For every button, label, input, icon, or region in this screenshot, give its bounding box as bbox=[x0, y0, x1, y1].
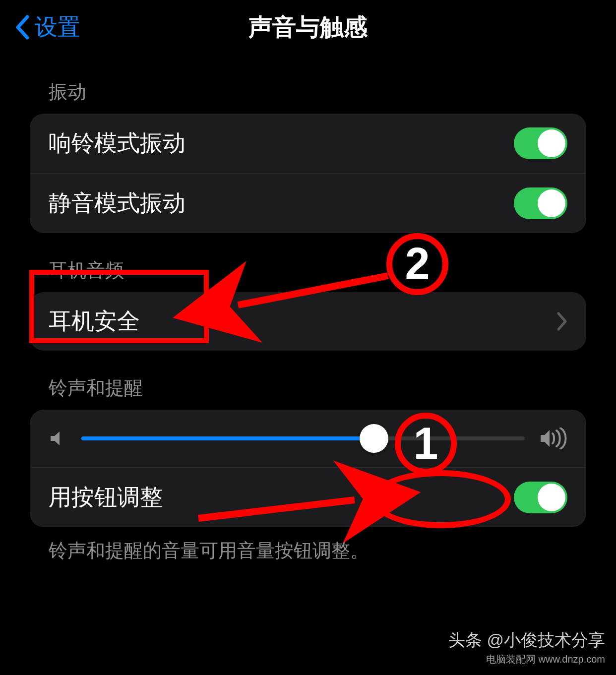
volume-low-icon bbox=[49, 430, 66, 447]
back-button[interactable]: 设置 bbox=[15, 12, 80, 43]
annotation-ellipse-switch bbox=[371, 470, 511, 528]
chevron-left-icon bbox=[15, 15, 30, 40]
annotation-marker-2: 2 bbox=[386, 233, 448, 295]
annotation-marker-1: 1 bbox=[395, 413, 457, 475]
watermark-main: 头条 @小俊技术分享 bbox=[448, 630, 605, 649]
cell-label: 静音模式振动 bbox=[49, 188, 185, 219]
switch-change-with-buttons[interactable] bbox=[514, 482, 567, 513]
group-headphone: 耳机安全 bbox=[30, 292, 586, 351]
group-vibration: 响铃模式振动 静音模式振动 bbox=[30, 114, 586, 233]
cell-label: 用按钮调整 bbox=[49, 482, 163, 513]
cell-vibrate-on-ring[interactable]: 响铃模式振动 bbox=[30, 114, 586, 173]
section-header-headphone: 耳机音频 bbox=[30, 233, 586, 292]
watermark: 头条 @小俊技术分享 电脑装配网 www.dnzp.com bbox=[448, 629, 605, 666]
section-header-vibration: 振动 bbox=[30, 55, 586, 114]
back-label: 设置 bbox=[35, 12, 80, 43]
content-area: 振动 响铃模式振动 静音模式振动 耳机音频 耳机安全 铃声和提醒 bbox=[0, 55, 616, 563]
volume-high-icon bbox=[540, 428, 567, 449]
switch-vibrate-on-ring[interactable] bbox=[514, 127, 567, 159]
chevron-right-icon bbox=[556, 311, 567, 331]
switch-vibrate-on-silent[interactable] bbox=[514, 187, 567, 219]
watermark-sub: 电脑装配网 www.dnzp.com bbox=[448, 653, 605, 666]
nav-bar: 设置 声音与触感 bbox=[0, 0, 616, 55]
cell-label: 响铃模式振动 bbox=[49, 128, 185, 159]
cell-label: 耳机安全 bbox=[49, 306, 140, 337]
cell-vibrate-on-silent[interactable]: 静音模式振动 bbox=[30, 173, 586, 233]
volume-slider-row bbox=[30, 410, 586, 467]
footer-note: 铃声和提醒的音量可用音量按钮调整。 bbox=[30, 527, 586, 563]
page-title: 声音与触感 bbox=[0, 11, 616, 43]
volume-slider[interactable] bbox=[81, 436, 525, 440]
cell-headphone-safety[interactable]: 耳机安全 bbox=[30, 292, 586, 351]
section-header-ringer: 铃声和提醒 bbox=[30, 351, 586, 410]
